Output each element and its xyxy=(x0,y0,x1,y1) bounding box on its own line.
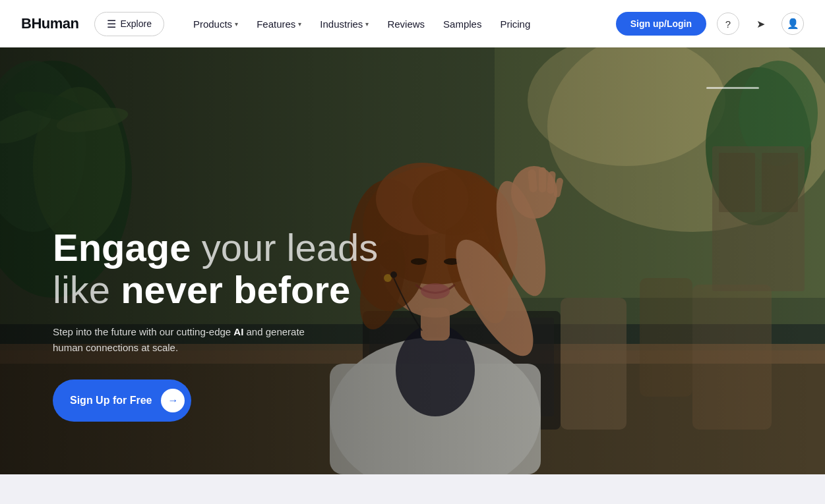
chevron-down-icon: ▾ xyxy=(235,20,238,28)
hero-cta-button[interactable]: Sign Up for Free → xyxy=(53,379,191,422)
hero-headline-your-leads: your leads xyxy=(202,226,379,269)
hero-section: Engage your leads like never before Step… xyxy=(0,47,825,474)
nav-industries-label: Industries xyxy=(320,18,363,30)
nav-pricing-label: Pricing xyxy=(500,18,530,30)
hero-headline-engage: Engage xyxy=(53,226,191,269)
nav-link-reviews[interactable]: Reviews xyxy=(379,13,433,35)
hero-subtext-ai: AI xyxy=(233,326,243,337)
nav-links: Products ▾ Features ▾ Industries ▾ Revie… xyxy=(185,13,616,35)
chevron-down-icon: ▾ xyxy=(365,20,369,28)
nav-samples-label: Samples xyxy=(443,18,481,30)
nav-link-industries[interactable]: Industries ▾ xyxy=(312,13,377,35)
below-hero-section xyxy=(0,474,825,504)
nav-right: Sign up/Login ? ➤ 👤 xyxy=(616,12,804,36)
hero-subtext-part1: Step into the future with our cutting-ed… xyxy=(53,326,233,337)
hamburger-icon: ☰ xyxy=(107,18,116,30)
nav-products-label: Products xyxy=(193,18,232,30)
brand-logo[interactable]: BHuman xyxy=(21,15,78,32)
hero-headline-never-before: never before xyxy=(121,268,350,311)
hero-headline: Engage your leads like never before xyxy=(53,227,378,311)
nav-link-features[interactable]: Features ▾ xyxy=(249,13,309,35)
nav-reviews-label: Reviews xyxy=(387,18,425,30)
nav-features-label: Features xyxy=(257,18,295,30)
help-icon: ? xyxy=(725,18,731,30)
nav-link-products[interactable]: Products ▾ xyxy=(185,13,246,35)
help-button[interactable]: ? xyxy=(717,13,739,35)
nav-link-samples[interactable]: Samples xyxy=(435,13,489,35)
hero-top-right-decoration xyxy=(706,87,759,89)
account-button[interactable]: 👤 xyxy=(781,13,804,35)
navbar: BHuman ☰ Explore Products ▾ Features ▾ I… xyxy=(0,0,825,47)
send-button[interactable]: ➤ xyxy=(750,13,771,34)
explore-button[interactable]: ☰ Explore xyxy=(94,12,164,36)
send-icon: ➤ xyxy=(756,18,765,30)
account-icon: 👤 xyxy=(787,18,799,30)
signup-button[interactable]: Sign up/Login xyxy=(616,12,706,36)
hero-subtext-line2: human connections at scale. xyxy=(53,342,178,353)
hero-content: Engage your leads like never before Step… xyxy=(53,227,378,422)
hero-subtext-part2: and generate xyxy=(243,326,305,337)
hero-cta-arrow-icon: → xyxy=(161,389,185,412)
nav-link-pricing[interactable]: Pricing xyxy=(492,13,538,35)
explore-label: Explore xyxy=(120,18,151,29)
chevron-down-icon: ▾ xyxy=(298,20,301,28)
hero-headline-like: like xyxy=(53,268,110,311)
hero-cta-label: Sign Up for Free xyxy=(70,395,152,406)
hero-subtext: Step into the future with our cutting-ed… xyxy=(53,324,343,356)
